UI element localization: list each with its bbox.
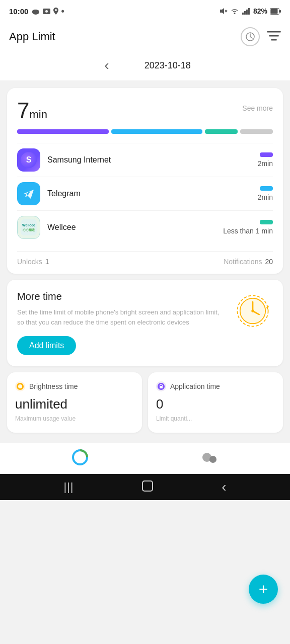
location-icon — [53, 7, 59, 15]
unlocks-stat: Unlocks 1 — [17, 258, 49, 266]
bar-segment-teal — [205, 129, 238, 134]
top-bar: App Limit — [0, 22, 290, 52]
bottom-nav-hint — [0, 443, 290, 474]
telegram-time-wrap: 2min — [258, 186, 273, 201]
svg-point-39 — [209, 456, 216, 463]
add-limits-button[interactable]: Add limits — [17, 336, 76, 355]
svg-rect-11 — [244, 11, 246, 15]
telegram-icon — [17, 182, 40, 205]
stats-button[interactable] — [241, 27, 260, 46]
brightness-label: Brightness time — [29, 382, 78, 390]
svg-rect-13 — [248, 8, 250, 15]
notifications-value: 20 — [265, 258, 273, 266]
telegram-logo — [20, 185, 38, 203]
nav-apps-icon[interactable] — [200, 451, 220, 465]
svg-rect-36 — [160, 386, 163, 388]
svg-marker-6 — [220, 8, 224, 14]
svg-point-2 — [36, 10, 39, 13]
brightness-card-header: Brightness time — [15, 381, 134, 391]
application-label: Application time — [170, 382, 220, 390]
menu-button[interactable]: ||| — [63, 480, 74, 494]
fab-add-button[interactable]: + — [249, 575, 278, 604]
svg-rect-20 — [271, 39, 277, 41]
cloud-icon — [31, 8, 40, 15]
page-title: App Limit — [9, 30, 55, 43]
see-more-link[interactable]: See more — [242, 104, 273, 112]
unlocks-value: 1 — [45, 258, 49, 266]
samsung-icon: S — [17, 148, 40, 172]
brightness-sub: Maximum usage value — [15, 415, 134, 422]
svg-rect-15 — [271, 9, 278, 14]
total-time-number: 7 — [17, 98, 29, 123]
notifications-label: Notifications — [224, 258, 262, 266]
application-icon — [156, 381, 166, 391]
battery-text: 82% — [253, 7, 267, 15]
svg-text:S: S — [26, 155, 32, 164]
stats-row: Unlocks 1 Notifications 20 — [17, 251, 273, 266]
brightness-time-card: Brightness time unlimited Maximum usage … — [7, 372, 142, 433]
wellcee-dot — [260, 220, 273, 224]
svg-rect-10 — [242, 13, 244, 15]
home-button[interactable] — [140, 479, 155, 495]
home-icon — [140, 479, 155, 493]
date-display: 2023-10-18 — [144, 60, 191, 71]
status-indicators: 82% — [220, 7, 281, 15]
filter-button[interactable] — [267, 30, 281, 43]
svg-point-34 — [18, 384, 22, 388]
usage-header: 7min See more — [17, 98, 273, 123]
svg-rect-25 — [21, 219, 37, 235]
samsung-time-wrap: 2min — [258, 152, 273, 168]
system-nav-bar: ||| ‹ — [0, 474, 290, 500]
brightness-circle-icon — [16, 382, 24, 390]
more-time-left: More time Set the time limit of mobile p… — [17, 291, 233, 355]
bottom-cards: Brightness time unlimited Maximum usage … — [7, 372, 283, 433]
more-time-title: More time — [17, 291, 226, 302]
clock-icon-wrap — [233, 291, 273, 331]
svg-point-4 — [45, 10, 48, 13]
mute-icon — [220, 7, 228, 15]
total-time: 7min — [17, 98, 47, 123]
svg-point-9 — [234, 13, 235, 14]
wellcee-icon: Wellcee 心心相连 — [17, 216, 40, 239]
application-card-header: Application time — [156, 381, 275, 391]
wellcee-logo: Wellcee 心心相连 — [20, 218, 38, 236]
app-row-wellcee: Wellcee 心心相连 Wellcee Less than 1 min — [17, 210, 273, 244]
wellcee-time-wrap: Less than 1 min — [223, 220, 273, 235]
svg-rect-12 — [246, 10, 248, 15]
clock-icon — [235, 293, 271, 329]
top-bar-actions — [241, 27, 281, 46]
lock-circle-icon — [157, 382, 165, 390]
brightness-icon — [15, 381, 25, 391]
samsung-dot — [260, 152, 273, 157]
telegram-app-name: Telegram — [47, 189, 258, 198]
samsung-app-name: Samsung Internet — [47, 155, 258, 165]
svg-text:心心相连: 心心相连 — [22, 228, 35, 231]
apps-circles-icon — [200, 451, 220, 463]
unlocks-label: Unlocks — [17, 258, 42, 266]
app-row-telegram: Telegram 2min — [17, 177, 273, 210]
more-time-card: More time Set the time limit of mobile p… — [7, 280, 283, 366]
wifi-icon — [230, 8, 239, 15]
date-back-arrow[interactable]: ‹ — [99, 57, 114, 73]
application-time-card: Application time 0 Limit quanti... — [148, 372, 283, 433]
nav-usage-icon[interactable] — [70, 447, 90, 469]
filter-icon — [267, 30, 281, 41]
svg-point-32 — [251, 309, 254, 312]
bar-segment-gray — [240, 129, 273, 134]
timer-icon — [245, 32, 255, 42]
application-value: 0 — [156, 396, 275, 412]
usage-card: 7min See more S Samsung Internet — [7, 88, 283, 274]
fab-label: + — [259, 580, 268, 599]
telegram-dot — [260, 186, 273, 191]
brightness-value: unlimited — [15, 396, 134, 412]
more-time-content: More time Set the time limit of mobile p… — [17, 291, 273, 355]
svg-rect-18 — [267, 31, 281, 33]
notifications-stat: Notifications 20 — [224, 258, 273, 266]
svg-point-5 — [55, 9, 57, 11]
signal-icon — [242, 8, 251, 15]
wellcee-app-name: Wellcee — [47, 223, 223, 232]
usage-ring-icon — [70, 447, 90, 467]
bar-segment-purple — [17, 129, 109, 134]
status-time: 10:00 • — [9, 6, 64, 17]
back-button[interactable]: ‹ — [222, 479, 226, 495]
